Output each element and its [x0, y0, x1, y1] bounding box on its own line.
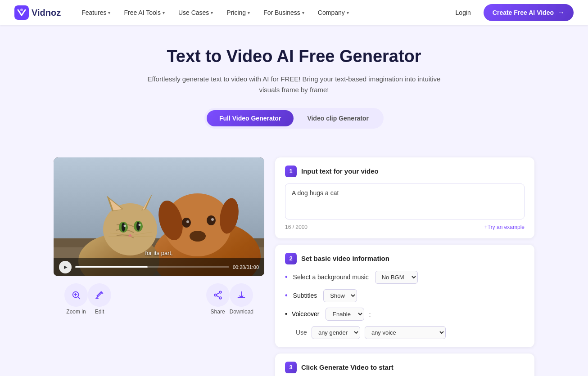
share-icon: [206, 283, 230, 307]
chevron-down-icon: ▾: [347, 10, 349, 15]
hero-subtitle: Effortlessly generate text to video with…: [145, 74, 443, 95]
nav-pricing[interactable]: Pricing ▾: [220, 5, 256, 20]
video-panel: for its part, ▶ 00:28/01:00: [54, 157, 264, 315]
step1-card: 1 Input text for your video A dog hugs a…: [275, 157, 534, 238]
svg-point-13: [211, 218, 214, 221]
download-label: Download: [230, 309, 253, 315]
voiceover-label: Voiceover: [292, 310, 319, 318]
edit-label: Edit: [95, 309, 104, 315]
svg-point-24: [124, 224, 126, 227]
voice-select[interactable]: any voice Voice 1 Voice 2 Voice 3: [365, 326, 446, 339]
time-display: 00:28/01:00: [233, 264, 259, 270]
chevron-down-icon: ▾: [302, 10, 304, 15]
nav-company[interactable]: Company ▾: [312, 5, 355, 20]
step3-title: Click Generate Video to start: [301, 363, 394, 371]
step2-card: 2 Set basic video information • Select a…: [275, 245, 534, 347]
page-title: Text to Video AI Free Generator: [7, 47, 581, 67]
share-label: Share: [211, 309, 225, 315]
main-content: for its part, ▶ 00:28/01:00: [46, 157, 542, 376]
zoom-in-label: Zoom in: [66, 309, 86, 315]
tab-full-video-generator[interactable]: Full Video Generator: [207, 110, 294, 126]
tab-wrapper: Full Video Generator Video clip Generato…: [7, 108, 581, 129]
step2-title: Set basic video information: [301, 255, 389, 262]
svg-line-39: [216, 295, 219, 297]
video-container: for its part, ▶ 00:28/01:00: [54, 157, 264, 276]
subtitles-row: • Subtitles Show Hide: [285, 289, 525, 302]
svg-point-1: [20, 9, 23, 11]
svg-line-38: [216, 293, 219, 295]
voiceover-select[interactable]: Enable Disable: [326, 308, 364, 321]
play-button[interactable]: ▶: [59, 261, 72, 273]
svg-rect-0: [14, 5, 29, 20]
svg-point-15: [103, 203, 157, 255]
svg-point-25: [139, 224, 141, 226]
svg-point-12: [186, 220, 189, 223]
video-text-input[interactable]: A dog hugs a cat: [285, 184, 525, 219]
bgm-row: • Select a background music No BGM Calm …: [285, 271, 525, 284]
zoom-in-icon: [64, 283, 88, 307]
tab-container: Full Video Generator Video clip Generato…: [204, 108, 384, 129]
step2-header: 2 Set basic video information: [285, 253, 525, 264]
svg-point-9: [190, 231, 206, 242]
edit-control[interactable]: Edit: [88, 283, 111, 315]
navbar: Vidnoz Features ▾ Free AI Tools ▾ Use Ca…: [0, 0, 588, 25]
logo-text: Vidnoz: [32, 8, 61, 18]
chevron-down-icon: ▾: [248, 10, 250, 15]
download-icon: [230, 283, 253, 307]
step1-header: 1 Input text for your video: [285, 166, 525, 177]
nav-features[interactable]: Features ▾: [75, 5, 117, 20]
progress-track[interactable]: [75, 266, 229, 268]
subtitles-select[interactable]: Show Hide: [323, 289, 357, 302]
step3-card: 3 Click Generate Video to start Generate…: [275, 354, 534, 376]
svg-point-22: [122, 223, 125, 232]
svg-point-11: [207, 215, 216, 225]
svg-line-32: [78, 296, 80, 299]
nav-links: Features ▾ Free AI Tools ▾ Use Cases ▾ P…: [75, 5, 450, 20]
gender-select[interactable]: any gender Male Female: [312, 326, 360, 339]
voiceover-row: • Voiceover Enable Disable :: [285, 308, 525, 321]
create-free-ai-video-button[interactable]: Create Free AI Video →: [484, 4, 574, 21]
step1-badge: 1: [285, 166, 297, 177]
video-subtitle-text: for its part,: [54, 250, 264, 256]
chevron-down-icon: ▾: [108, 10, 110, 15]
video-controls-bar: ▶ 00:28/01:00: [54, 258, 264, 276]
bgm-select[interactable]: No BGM Calm Upbeat Dramatic Happy: [375, 271, 418, 284]
video-action-controls: Zoom in Edit: [54, 283, 264, 315]
step2-badge: 2: [285, 253, 297, 264]
step3-header: 3 Click Generate Video to start: [285, 362, 525, 373]
step3-badge: 3: [285, 362, 297, 373]
nav-free-ai-tools[interactable]: Free AI Tools ▾: [118, 5, 171, 20]
bullet-icon: •: [285, 310, 287, 318]
chevron-down-icon: ▾: [211, 10, 213, 15]
download-control[interactable]: Download: [230, 283, 253, 315]
nav-right: Login Create Free AI Video →: [450, 4, 574, 21]
share-control[interactable]: Share: [206, 283, 230, 315]
colon-separator: :: [369, 310, 371, 318]
bgm-label: Select a background music: [293, 273, 369, 281]
svg-point-10: [182, 218, 191, 228]
nav-for-business[interactable]: For Business ▾: [257, 5, 311, 20]
voice-use-row: Use any gender Male Female any voice Voi…: [285, 326, 525, 339]
tab-video-clip-generator[interactable]: Video clip Generator: [294, 110, 381, 126]
nav-use-cases[interactable]: Use Cases ▾: [172, 5, 219, 20]
svg-point-23: [136, 222, 140, 231]
char-count: 16 / 2000: [285, 224, 308, 230]
hero-section: Text to Video AI Free Generator Effortle…: [0, 25, 588, 157]
progress-fill: [75, 266, 148, 268]
zoom-in-control[interactable]: Zoom in: [64, 283, 88, 315]
bullet-icon: •: [285, 273, 288, 281]
chevron-down-icon: ▾: [163, 10, 165, 15]
play-icon: ▶: [64, 264, 68, 269]
logo[interactable]: Vidnoz: [14, 5, 61, 20]
bullet-icon: •: [285, 291, 288, 300]
right-panel: 1 Input text for your video A dog hugs a…: [275, 157, 534, 376]
subtitles-label: Subtitles: [293, 292, 317, 299]
use-label: Use: [296, 329, 307, 336]
try-example-link[interactable]: +Try an example: [484, 224, 525, 230]
step1-title: Input text for your video: [301, 167, 379, 175]
arrow-icon: →: [557, 9, 565, 17]
edit-icon: [88, 283, 111, 307]
char-count-row: 16 / 2000 +Try an example: [285, 224, 525, 230]
login-button[interactable]: Login: [450, 5, 476, 20]
